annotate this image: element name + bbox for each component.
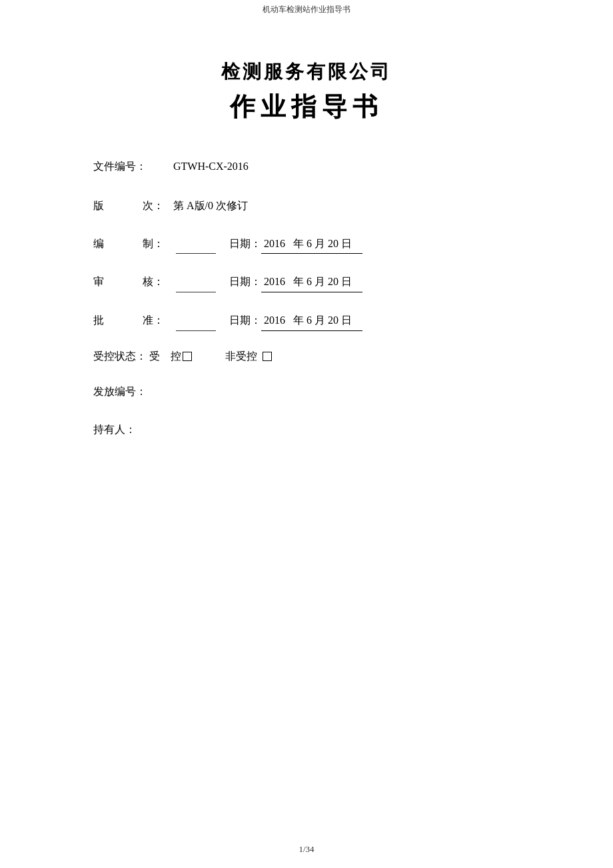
review-row: 审 核： 日期： 2016 年 6 月 20 日 [93,272,533,292]
review-date-value: 2016 年 6 月 20 日 [261,272,362,292]
approve-char1: 批 [93,314,104,326]
edit-date-value: 2016 年 6 月 20 日 [261,234,362,254]
edit-char1: 编 [93,238,104,249]
approve-date-value: 2016 年 6 月 20 日 [261,311,362,331]
edit-char2: 制： [143,238,164,249]
main-title: 检测服务有限公司 [80,59,533,85]
approve-row: 批 准： 日期： 2016 年 6 月 20 日 [93,311,533,331]
control-status-row: 受控状态： 受 控 非受控 [93,350,533,364]
holder-row: 持有人： [93,420,533,440]
version-label: 版 次： [93,197,173,216]
control-text1: 受 [149,350,160,364]
file-number-label: 文件编号： [93,157,173,177]
control-checkbox2 [263,352,272,361]
review-date-label: 日期： [229,272,261,292]
approve-blank [176,311,216,331]
edit-label: 编 制： [93,234,173,254]
version-char2: 次： [143,200,164,211]
edit-date-label: 日期： [229,234,261,254]
edit-row: 编 制： 日期： 2016 年 6 月 20 日 [93,234,533,254]
page-content: 检测服务有限公司 作业指导书 文件编号： GTWH-CX-2016 版 次： 第… [0,19,613,868]
page-number: 1/34 [299,844,314,854]
review-label: 审 核： [93,272,173,292]
review-char1: 审 [93,276,104,287]
header-title: 机动车检测站作业指导书 [263,5,350,14]
review-blank [176,272,216,292]
info-section: 文件编号： GTWH-CX-2016 版 次： 第 A版/0 次修订 编 制： [80,157,533,458]
sub-title: 作业指导书 [80,90,533,124]
issue-label: 发放编号： [93,382,173,402]
edit-blank [176,234,216,254]
title-section: 检测服务有限公司 作业指导书 [80,59,533,137]
file-number-row: 文件编号： GTWH-CX-2016 [93,157,533,177]
approve-label: 批 准： [93,311,173,330]
page-footer: 1/34 [0,844,613,855]
version-row: 版 次： 第 A版/0 次修订 [93,197,533,216]
control-text2: 控 [171,350,181,364]
header-bar: 机动车检测站作业指导书 [0,0,613,19]
control-checkbox1 [183,352,192,361]
version-value: 第 A版/0 次修订 [173,197,248,216]
page: 机动车检测站作业指导书 检测服务有限公司 作业指导书 文件编号： GTWH-CX… [0,0,613,868]
review-char2: 核： [143,276,164,287]
approve-date-label: 日期： [229,311,261,330]
control-text3: 非受控 [225,350,257,364]
control-label: 受控状态： [93,350,147,364]
version-char1: 版 [93,200,104,211]
approve-char2: 准： [143,314,164,326]
file-number-value: GTWH-CX-2016 [173,157,249,177]
issue-number-row: 发放编号： [93,382,533,402]
holder-label: 持有人： [93,420,173,440]
